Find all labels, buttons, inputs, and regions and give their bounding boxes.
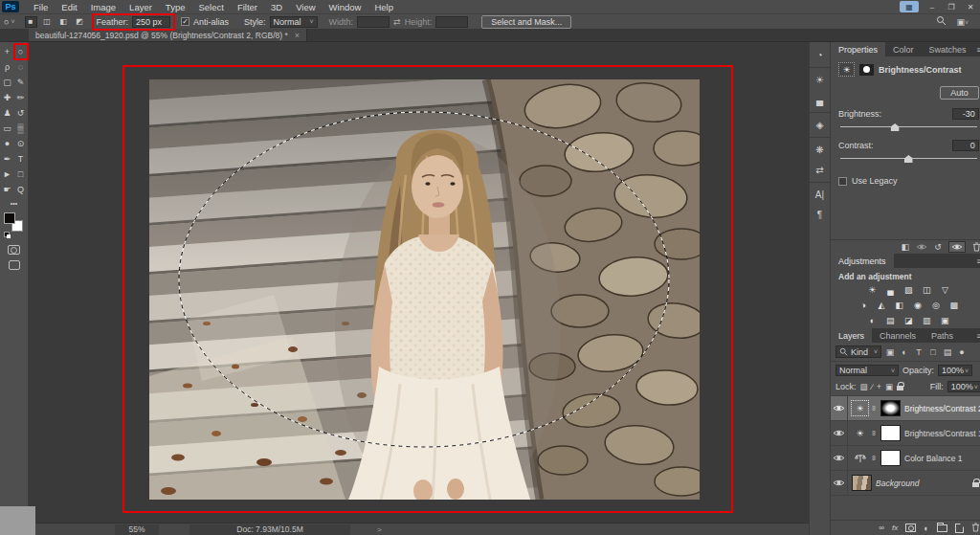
- adj-curves-icon[interactable]: ▨: [902, 284, 915, 296]
- tool-preset-dropdown[interactable]: ○˅: [4, 17, 15, 27]
- width-input[interactable]: [357, 16, 390, 28]
- panel-menu-icon[interactable]: ≡: [976, 254, 980, 268]
- zoom-tool[interactable]: Q: [14, 182, 28, 197]
- quick-selection-tool[interactable]: ◌: [14, 59, 28, 75]
- menu-edit[interactable]: Edit: [55, 2, 83, 12]
- feather-input[interactable]: 250 px: [132, 16, 170, 28]
- document-tab[interactable]: beautiful-1274056_1920.psd @ 55% (Bright…: [29, 29, 307, 41]
- new-selection-mode-button[interactable]: ■: [25, 16, 37, 28]
- adj-posterize-icon[interactable]: ▤: [884, 315, 897, 326]
- adj-vibrance-icon[interactable]: ▽: [939, 284, 951, 296]
- styles-panel-icon[interactable]: ▄: [810, 90, 830, 110]
- character-panel-icon[interactable]: A|: [810, 185, 830, 205]
- toggle-visibility-eye-icon[interactable]: [948, 241, 966, 253]
- canvas-area[interactable]: [29, 42, 809, 523]
- eraser-tool[interactable]: ▭: [1, 121, 14, 136]
- menu-view[interactable]: View: [289, 2, 322, 12]
- brightness-value[interactable]: -30: [952, 108, 979, 120]
- adj-gradient-map-icon[interactable]: ▥: [921, 315, 933, 326]
- clone-source-panel-icon[interactable]: ⇄: [810, 160, 830, 180]
- layer-name[interactable]: Brightness/Contrast 1: [904, 429, 980, 438]
- panel-menu-icon[interactable]: ≡: [976, 42, 980, 56]
- foreground-color-swatch[interactable]: [4, 212, 15, 224]
- new-adjustment-layer-icon[interactable]: ◐: [924, 524, 928, 533]
- tab-close-icon[interactable]: ×: [295, 31, 300, 40]
- elliptical-marquee-tool[interactable]: ○: [14, 44, 28, 59]
- color-balance-layer-icon[interactable]: [852, 451, 868, 465]
- restore-button[interactable]: ❐: [942, 0, 961, 13]
- adjustments-panel-icon[interactable]: ☀: [810, 70, 830, 90]
- reset-adjustment-icon[interactable]: ↺: [934, 242, 942, 252]
- move-tool[interactable]: +: [1, 44, 14, 59]
- layer-name[interactable]: Brightness/Contrast 2: [904, 404, 980, 413]
- status-options-chevron-icon[interactable]: >: [377, 525, 382, 534]
- screen-mode-button[interactable]: [9, 260, 20, 270]
- adj-threshold-icon[interactable]: ◪: [902, 315, 915, 326]
- filter-smart-objects-icon[interactable]: ▤: [942, 347, 953, 357]
- subtract-from-selection-mode-button[interactable]: ◧: [57, 16, 70, 28]
- brightness-slider[interactable]: [840, 122, 977, 133]
- adj-photo-filter-icon[interactable]: ◉: [911, 300, 924, 311]
- mask-link-icon[interactable]: ∞: [871, 406, 878, 411]
- crop-tool[interactable]: ▢: [1, 75, 14, 90]
- adj-color-balance-icon[interactable]: ◭: [875, 300, 887, 311]
- lock-artboard-icon[interactable]: ▣: [885, 382, 893, 391]
- layer-visibility-eye-icon[interactable]: [831, 446, 848, 470]
- lock-all-icon[interactable]: [897, 386, 903, 390]
- filter-type-layers-icon[interactable]: T: [913, 347, 924, 357]
- mask-link-icon[interactable]: ∞: [871, 456, 878, 460]
- auto-button[interactable]: Auto: [940, 86, 979, 100]
- delete-layer-trash-icon[interactable]: [971, 523, 980, 534]
- layer-name[interactable]: Background: [876, 479, 969, 488]
- layer-visibility-eye-icon[interactable]: [831, 396, 848, 420]
- new-layer-icon[interactable]: [955, 524, 964, 533]
- height-input[interactable]: [435, 16, 468, 28]
- contrast-slider[interactable]: [840, 153, 977, 165]
- path-selection-tool[interactable]: ►: [1, 167, 14, 182]
- fill-input[interactable]: 100%˅: [947, 381, 980, 392]
- tab-paths[interactable]: Paths: [924, 328, 961, 343]
- dodge-tool[interactable]: ⊙: [14, 136, 28, 151]
- menu-layer[interactable]: Layer: [122, 2, 159, 12]
- adj-invert-icon[interactable]: ◐: [866, 315, 879, 326]
- healing-brush-tool[interactable]: ✚: [1, 90, 14, 105]
- opacity-input[interactable]: 100%˅: [938, 365, 972, 376]
- adj-levels-icon[interactable]: ▄: [884, 284, 897, 296]
- quick-mask-mode-button[interactable]: [8, 245, 20, 255]
- clip-to-layer-icon[interactable]: ◧: [902, 242, 910, 252]
- panel-menu-icon[interactable]: ≡: [976, 328, 980, 343]
- clone-stamp-tool[interactable]: ♟: [1, 105, 14, 121]
- menu-image[interactable]: Image: [84, 2, 122, 12]
- mask-link-icon[interactable]: ∞: [871, 431, 878, 435]
- background-layer-thumbnail[interactable]: [852, 475, 872, 491]
- menu-filter[interactable]: Filter: [231, 2, 264, 12]
- intersect-selection-mode-button[interactable]: ◩: [74, 16, 86, 28]
- blur-tool[interactable]: ●: [1, 136, 14, 151]
- brush-tool[interactable]: ✏: [14, 90, 28, 105]
- lasso-tool[interactable]: ρ: [1, 59, 14, 75]
- new-group-icon[interactable]: [937, 524, 947, 532]
- use-legacy-checkbox[interactable]: [838, 177, 847, 186]
- layer-style-fx-icon[interactable]: fx: [892, 524, 898, 532]
- paragraph-panel-icon[interactable]: ¶: [810, 205, 830, 225]
- glyphs-panel-icon[interactable]: ❋: [810, 140, 830, 160]
- layer-visibility-eye-icon[interactable]: [831, 421, 848, 445]
- anti-alias-checkbox[interactable]: [181, 17, 189, 26]
- menu-select[interactable]: Select: [191, 2, 230, 12]
- adj-black-white-icon[interactable]: ◧: [893, 300, 905, 311]
- workspace-switcher-icon[interactable]: ▣˅: [956, 17, 969, 27]
- adj-brightness-contrast-icon[interactable]: ☀: [866, 284, 879, 296]
- workspace-layout-button[interactable]: ▦: [900, 1, 919, 12]
- filter-adjustment-layers-icon[interactable]: ◐: [899, 347, 910, 357]
- adj-channel-mixer-icon[interactable]: ◎: [929, 300, 942, 311]
- tab-adjustments[interactable]: Adjustments: [831, 254, 894, 268]
- lock-transparency-icon[interactable]: ▨: [860, 382, 868, 391]
- filter-pixel-layers-icon[interactable]: ▣: [884, 347, 896, 357]
- brightness-contrast-layer-icon[interactable]: ☀: [852, 426, 868, 440]
- hand-tool[interactable]: ☛: [1, 182, 14, 197]
- tab-properties[interactable]: Properties: [831, 42, 885, 56]
- layer-row-brightness-contrast-2[interactable]: ☀ ∞ Brightness/Contrast 2: [831, 396, 980, 421]
- layer-row-color-balance-1[interactable]: ∞ Color Balance 1: [831, 446, 980, 471]
- select-and-mask-button[interactable]: Select and Mask...: [481, 15, 571, 29]
- swap-width-height-icon[interactable]: ⇄: [393, 17, 401, 27]
